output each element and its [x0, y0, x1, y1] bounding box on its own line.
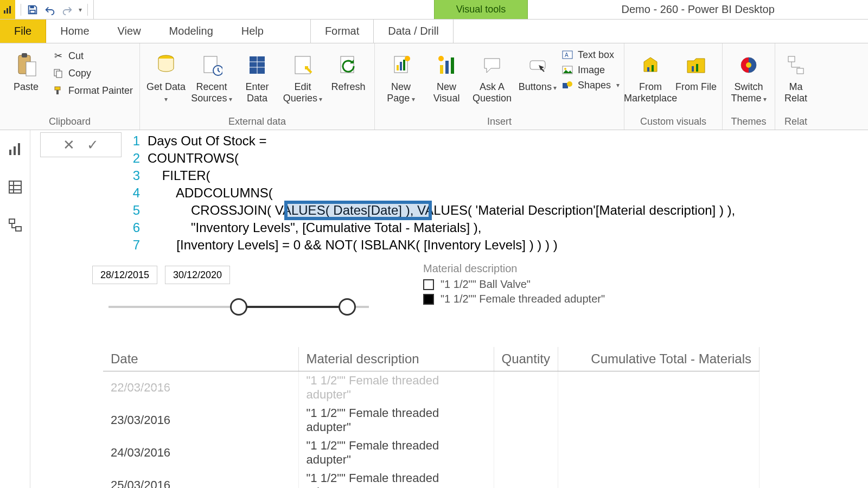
- tab-file[interactable]: File: [0, 20, 46, 43]
- qat-dropdown-icon[interactable]: ▾: [79, 6, 82, 14]
- tab-modeling[interactable]: Modeling: [155, 20, 227, 43]
- svg-text:A: A: [565, 52, 569, 58]
- table-row[interactable]: 22/03/2016"1 1/2"" Female threaded adupt…: [103, 371, 760, 404]
- svg-rect-7: [26, 62, 36, 76]
- tab-format[interactable]: Format: [310, 20, 374, 43]
- legend-item-1[interactable]: "1 1/2"" Ball Valve": [423, 278, 605, 291]
- group-label-themes: Themes: [727, 115, 770, 129]
- table-row[interactable]: 25/03/2016"1 1/2"" Female threaded adupt…: [103, 469, 760, 488]
- from-file-icon: [684, 49, 708, 81]
- slider-handle-start[interactable]: [230, 298, 247, 316]
- col-date[interactable]: Date: [103, 347, 298, 371]
- svg-point-43: [746, 62, 751, 68]
- legend-item-2[interactable]: "1 1/2"" Female threaded adupter": [423, 293, 605, 305]
- textbox-button[interactable]: AText box: [561, 49, 620, 61]
- from-marketplace-button[interactable]: From Marketplace: [629, 46, 672, 104]
- save-icon[interactable]: [27, 4, 39, 16]
- group-relationships: Ma Relat Relat: [775, 43, 816, 130]
- format-painter-button[interactable]: Format Painter: [50, 84, 135, 98]
- scissors-icon: ✂: [52, 50, 64, 62]
- svg-rect-39: [652, 65, 654, 72]
- col-cum[interactable]: Cumulative Total - Materials: [558, 347, 759, 371]
- group-label-external: External data: [144, 115, 370, 129]
- svg-point-35: [564, 68, 566, 70]
- edit-queries-icon: [292, 49, 314, 81]
- recent-sources-button[interactable]: Recent Sources: [190, 46, 233, 104]
- ribbon-tabs: File Home View Modeling Help Format Data…: [0, 20, 868, 43]
- cut-button[interactable]: ✂Cut: [50, 49, 135, 63]
- svg-rect-24: [400, 62, 402, 70]
- svg-rect-28: [445, 61, 449, 74]
- paste-button[interactable]: Paste: [4, 46, 48, 93]
- copy-icon: [52, 67, 64, 79]
- tab-data-drill[interactable]: Data / Drill: [374, 20, 453, 43]
- group-insert: New Page New Visual Ask A Question Butto…: [375, 43, 624, 130]
- commit-formula-icon[interactable]: ✓: [87, 137, 99, 153]
- new-page-button[interactable]: New Page: [379, 46, 423, 104]
- view-rail: [0, 130, 30, 488]
- report-view-icon[interactable]: [7, 141, 23, 157]
- ribbon: Paste ✂Cut Copy Format Painter Clipboard…: [0, 43, 868, 130]
- svg-rect-4: [30, 10, 35, 12]
- tab-view[interactable]: View: [104, 20, 155, 43]
- get-data-icon: [155, 49, 177, 81]
- chat-icon: [481, 49, 503, 81]
- enter-data-button[interactable]: Enter Data: [235, 46, 279, 104]
- get-data-button[interactable]: Get Data: [144, 46, 188, 104]
- quick-access-toolbar: ▾: [15, 0, 94, 19]
- new-visual-button[interactable]: New Visual: [425, 46, 468, 104]
- svg-rect-20: [305, 66, 308, 69]
- app-logo: [0, 0, 15, 19]
- svg-rect-49: [9, 181, 21, 193]
- tab-help[interactable]: Help: [227, 20, 278, 43]
- col-desc[interactable]: Material description: [298, 347, 494, 371]
- svg-rect-0: [4, 10, 5, 14]
- svg-point-26: [405, 56, 410, 61]
- undo-icon[interactable]: [44, 4, 56, 16]
- buttons-button[interactable]: Buttons: [516, 46, 559, 93]
- from-file-button[interactable]: From File: [674, 46, 718, 93]
- svg-rect-46: [9, 150, 11, 155]
- slicer-end-input[interactable]: [165, 266, 230, 284]
- svg-rect-29: [451, 57, 454, 74]
- button-icon: [527, 49, 548, 81]
- cancel-formula-icon[interactable]: ✕: [63, 137, 75, 153]
- model-view-icon[interactable]: [7, 217, 23, 233]
- svg-rect-54: [16, 227, 21, 231]
- manage-relationships-button[interactable]: Ma Relat: [780, 46, 812, 104]
- table-row[interactable]: 23/03/2016"1 1/2"" Female threaded adupt…: [103, 404, 760, 436]
- data-view-icon[interactable]: [7, 179, 23, 195]
- edit-queries-button[interactable]: Edit Queries: [281, 46, 324, 104]
- svg-rect-25: [403, 60, 405, 70]
- group-themes: Switch Theme Themes: [723, 43, 775, 130]
- copy-button[interactable]: Copy: [50, 66, 135, 80]
- slider-handle-end[interactable]: [339, 298, 356, 316]
- svg-rect-1: [7, 8, 8, 14]
- tab-home[interactable]: Home: [46, 20, 103, 43]
- svg-point-30: [438, 56, 444, 61]
- svg-point-37: [567, 81, 572, 87]
- shapes-button[interactable]: Shapes▾: [561, 79, 620, 91]
- marketplace-icon: [639, 49, 662, 81]
- svg-rect-19: [295, 56, 310, 74]
- svg-rect-11: [56, 90, 59, 94]
- recent-sources-icon: [201, 49, 222, 81]
- svg-rect-47: [14, 146, 16, 155]
- refresh-button[interactable]: Refresh: [327, 46, 370, 93]
- redo-icon[interactable]: [61, 4, 73, 16]
- col-qty[interactable]: Quantity: [494, 347, 558, 371]
- group-label-custom: Custom visuals: [629, 115, 718, 129]
- svg-rect-53: [9, 219, 15, 223]
- dax-editor[interactable]: 1Days Out Of Stock =2COUNTROWS(3 FILTER(…: [122, 130, 868, 256]
- svg-rect-41: [696, 64, 698, 72]
- slicer-start-input[interactable]: [92, 266, 157, 284]
- group-external-data: Get Data Recent Sources Enter Data Edit …: [140, 43, 375, 130]
- date-slider[interactable]: [108, 296, 369, 318]
- legend-header: Material description: [423, 262, 605, 275]
- new-visual-icon: [436, 49, 457, 81]
- image-button[interactable]: Image: [561, 64, 620, 76]
- svg-rect-48: [18, 143, 20, 155]
- switch-theme-button[interactable]: Switch Theme: [727, 46, 770, 104]
- ask-question-button[interactable]: Ask A Question: [470, 46, 514, 104]
- table-row[interactable]: 24/03/2016"1 1/2"" Female threaded adupt…: [103, 436, 760, 469]
